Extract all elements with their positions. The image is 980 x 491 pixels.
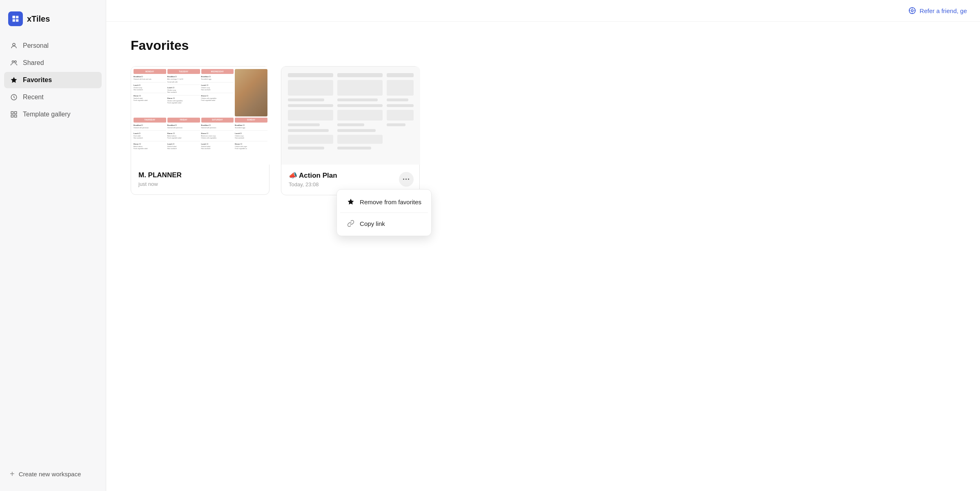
day-monday: MONDAY xyxy=(134,69,166,74)
card-date-meal-planner: just now xyxy=(138,181,262,187)
card-date-action-plan: Today, 23:08 xyxy=(289,181,412,187)
header: Refer a friend, ge xyxy=(106,0,980,22)
card-action-plan[interactable]: 📣 Action Plan Today, 23:08 ··· xyxy=(281,66,420,195)
refer-friend-link[interactable]: Refer a friend, ge xyxy=(908,7,967,15)
app-logo[interactable]: xTiles xyxy=(0,8,106,38)
grid-icon xyxy=(10,110,18,118)
sidebar-label-recent: Recent xyxy=(23,94,44,101)
meal-content-1: Oatmeal with fruits and nuts xyxy=(134,78,166,80)
card-thumbnail-action-plan xyxy=(281,67,420,165)
day-wednesday: WEDNESDAY xyxy=(201,69,234,74)
sidebar-item-shared[interactable]: Shared xyxy=(4,55,102,71)
card-thumbnail-meal-planner: MONDAY Breakfast ☐ Oatmeal with fruits a… xyxy=(131,67,270,165)
logo-icon xyxy=(8,11,23,26)
svg-point-9 xyxy=(911,10,913,12)
day-friday: FRIDAY xyxy=(167,118,200,123)
more-options-button[interactable]: ··· xyxy=(399,172,414,187)
card-info-meal-planner: M. PLANNER just now xyxy=(131,165,269,194)
remove-favorites-item[interactable]: Remove from favorites xyxy=(340,193,428,211)
card-meal-planner[interactable]: MONDAY Breakfast ☐ Oatmeal with fruits a… xyxy=(131,66,270,195)
sidebar-label-shared: Shared xyxy=(23,59,44,67)
refer-text: Refer a friend, ge xyxy=(920,7,967,14)
plus-icon: + xyxy=(10,469,15,479)
sidebar-label-template-gallery: Template gallery xyxy=(23,111,71,118)
svg-rect-4 xyxy=(11,112,13,114)
day-sunday: SUNDAY xyxy=(235,118,267,123)
meal-planner-image xyxy=(235,69,267,116)
sidebar-bottom: + Create new workspace xyxy=(0,465,106,483)
day-thursday: THURSDAY xyxy=(134,118,166,123)
star-icon xyxy=(10,76,18,84)
link-icon xyxy=(347,219,355,228)
sidebar: xTiles Personal Shared xyxy=(0,0,106,491)
sidebar-label-personal: Personal xyxy=(23,42,49,49)
create-workspace-button[interactable]: + Create new workspace xyxy=(4,465,102,483)
svg-point-0 xyxy=(13,43,15,46)
remove-favorites-label: Remove from favorites xyxy=(360,199,421,205)
sidebar-item-recent[interactable]: Recent xyxy=(4,89,102,105)
card-emoji-action-plan: 📣 xyxy=(289,172,297,179)
copy-link-item[interactable]: Copy link xyxy=(340,214,428,232)
sidebar-item-personal[interactable]: Personal xyxy=(4,38,102,54)
create-workspace-label: Create new workspace xyxy=(19,471,81,478)
label-breakfast-1: Breakfast ☐ xyxy=(134,75,166,78)
main-content: Refer a friend, ge Favorites MONDAY Brea… xyxy=(106,0,980,491)
sidebar-item-favorites[interactable]: Favorites xyxy=(4,72,102,88)
svg-rect-5 xyxy=(15,112,17,114)
person-icon xyxy=(10,42,18,50)
clock-icon xyxy=(10,93,18,101)
day-saturday: SATURDAY xyxy=(201,118,234,123)
svg-rect-7 xyxy=(15,115,17,117)
day-tuesday: TUESDAY xyxy=(167,69,200,74)
page-title: Favorites xyxy=(131,38,956,53)
sidebar-nav: Personal Shared Favorites xyxy=(0,38,106,123)
svg-rect-6 xyxy=(11,115,13,117)
content-area: Favorites MONDAY Breakfast ☐ Oatmeal wit… xyxy=(106,22,980,212)
refer-icon xyxy=(908,7,916,15)
cards-grid: MONDAY Breakfast ☐ Oatmeal with fruits a… xyxy=(131,66,956,195)
shared-icon xyxy=(10,59,18,67)
card-name-action-plan: 📣 Action Plan xyxy=(289,171,412,180)
app-name: xTiles xyxy=(27,14,50,24)
svg-point-1 xyxy=(12,61,14,63)
context-menu: Remove from favorites Copy link xyxy=(336,189,432,236)
menu-divider xyxy=(340,212,428,213)
star-filled-icon xyxy=(347,198,355,206)
svg-point-2 xyxy=(15,61,17,63)
sidebar-label-favorites: Favorites xyxy=(23,76,52,84)
copy-link-label: Copy link xyxy=(360,220,385,227)
card-name-meal-planner: M. PLANNER xyxy=(138,171,262,179)
sidebar-item-template-gallery[interactable]: Template gallery xyxy=(4,106,102,123)
